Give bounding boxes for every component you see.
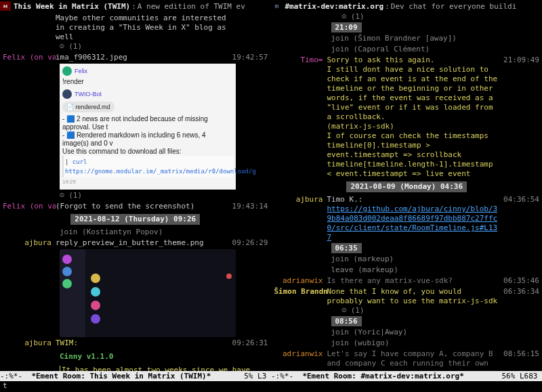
left-tab[interactable]: м This Week in Matrix (TWIM) : A new edi…: [0, 0, 271, 12]
sender: Felix (on vaca: [3, 53, 56, 62]
reaction-icon[interactable]: ☺: [60, 191, 64, 200]
mode-line: -:%*- *Ement Room: This Week in Matrix (…: [0, 371, 542, 381]
left-pane: м This Week in Matrix (TWIM) : A new edi…: [0, 0, 272, 371]
room-icon: м: [0, 1, 11, 11]
tab-title: This Week in Matrix (TWIM): [14, 2, 130, 11]
link[interactable]: https://github.com/ajbura/cinny/blob/39b…: [327, 204, 498, 242]
time-chip: 21:09: [331, 22, 362, 32]
right-pane: m #matrix-dev:matrix.org : Dev chat for …: [272, 0, 543, 371]
paragraph: It has been almost two weeks since we ha…: [60, 366, 268, 371]
state-event: join (Kostiantyn Popov): [60, 227, 268, 237]
message-body: ima_f906312.jpeg: [56, 53, 229, 62]
reaction-icon[interactable]: ☺: [60, 42, 64, 51]
timestamp: 19:42:57: [229, 53, 268, 62]
image-preview[interactable]: [60, 249, 236, 337]
minibuffer[interactable]: t: [0, 381, 542, 391]
date-divider: 2021-08-12 (Thursday) 09:26: [70, 214, 200, 225]
right-messages[interactable]: ☺ (1) 21:09 join (Šimon Brandner [away])…: [272, 12, 543, 371]
tab-topic: A new edition of TWIM ev: [138, 2, 245, 11]
image-preview[interactable]: Felix !render TWIO-Bot 📄 rendered.md - 🟦…: [60, 64, 236, 190]
heading: Cinny v1.1.0: [60, 352, 268, 362]
right-tab[interactable]: m #matrix-dev:matrix.org : Dev chat for …: [272, 0, 543, 12]
message-body: Maybe other communities are interested i…: [56, 14, 229, 42]
left-messages[interactable]: Maybe other communities are interested i…: [0, 12, 271, 371]
room-icon: m: [272, 1, 283, 11]
